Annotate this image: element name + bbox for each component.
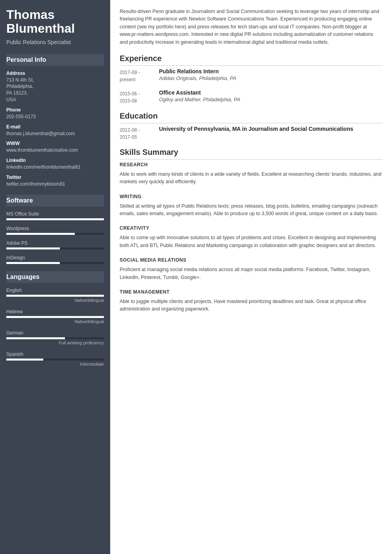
software-name: InDesign — [6, 255, 104, 260]
sidebar: Thomas Blumenthal Public Relations Speci… — [0, 0, 110, 554]
skill-category-text: Proficient at managing social media rela… — [120, 266, 383, 281]
skill-category-text: Able to come up with innovative solution… — [120, 234, 383, 249]
skill-category-text: Able to work with many kinds of clients … — [120, 171, 383, 186]
skill-category-title: WRITING — [120, 194, 383, 199]
skills-section: Skills Summary RESEARCH Able to work wit… — [120, 148, 383, 313]
software-bar-bg — [6, 247, 104, 249]
entry-subtitle: Ogilvy and Mather, Philadelphia, PA — [159, 97, 383, 102]
twitter-value: twitter.com/thommybloom81 — [6, 181, 104, 188]
phone-label: Phone — [6, 107, 104, 113]
language-bar-fill — [6, 295, 104, 297]
entry-date: 2015-06 -2015-08 — [120, 89, 159, 104]
skill-category: SOCIAL MEDIA RELATIONS Proficient at man… — [120, 257, 383, 281]
language-bar-bg — [6, 337, 104, 339]
email-label: E-mail — [6, 124, 104, 130]
language-item: German Full working proficiency — [6, 330, 104, 345]
sidebar-name: Thomas Blumenthal — [6, 8, 104, 35]
www-value: www.thomblumenthalcreative.com — [6, 147, 104, 154]
experience-entry: 2017-09 -present Public Relations Intern… — [120, 68, 383, 83]
entry-date: 2012-08 -2017-05 — [120, 126, 159, 141]
skill-category-text: Skilled at writing all types of Public R… — [120, 203, 383, 218]
skill-category-title: TIME MANAGEMENT — [120, 289, 383, 295]
language-bar-fill — [6, 359, 43, 361]
language-name: Spanish — [6, 351, 104, 357]
software-bar-bg — [6, 262, 104, 264]
skills-list: RESEARCH Able to work with many kinds of… — [120, 162, 383, 313]
skill-category: RESEARCH Able to work with many kinds of… — [120, 162, 383, 186]
education-list: 2012-08 -2017-05 University of Pennsylva… — [120, 126, 383, 141]
software-name: Wordpress — [6, 226, 104, 231]
experience-entry: 2015-06 -2015-08 Office Assistant Ogilvy… — [120, 89, 383, 104]
entry-title: University of Pennsylvania, MA in Journa… — [159, 126, 383, 132]
email-value: thomas.j.blumenthal@gmail.com — [6, 130, 104, 137]
skill-category: WRITING Skilled at writing all types of … — [120, 194, 383, 218]
experience-title: Experience — [120, 54, 383, 66]
software-name: Adobe PS — [6, 240, 104, 246]
phone-value: 202-555-0173 — [6, 113, 104, 120]
linkedin-value: linkedin.com/me/thomblumenthal81 — [6, 164, 104, 171]
www-label: WWW — [6, 141, 104, 146]
education-entry: 2012-08 -2017-05 University of Pennsylva… — [120, 126, 383, 141]
language-name: German — [6, 330, 104, 336]
software-bar-fill — [6, 262, 60, 264]
personal-info-heading: Personal Info — [6, 54, 104, 66]
education-section: Education 2012-08 -2017-05 University of… — [120, 112, 383, 141]
skill-category-title: RESEARCH — [120, 162, 383, 167]
languages-heading: Languages — [6, 271, 104, 283]
language-item: Hebrew Native/bilingual — [6, 309, 104, 324]
language-level: Native/bilingual — [6, 298, 104, 303]
language-item: English Native/bilingual — [6, 288, 104, 303]
twitter-label: Twitter — [6, 175, 104, 180]
entry-content: Public Relations Intern Adidas Originals… — [159, 68, 383, 81]
software-bar-fill — [6, 247, 60, 249]
languages-list: English Native/bilingual Hebrew Native/b… — [6, 288, 104, 366]
language-bar-fill — [6, 316, 104, 318]
entry-subtitle: Adidas Originals, Philadelphia, PA — [159, 75, 383, 81]
education-title: Education — [120, 112, 383, 123]
software-bar-fill — [6, 233, 75, 235]
experience-list: 2017-09 -present Public Relations Intern… — [120, 68, 383, 104]
software-item: InDesign — [6, 255, 104, 264]
software-bar-dark — [60, 262, 104, 264]
sidebar-title: Public Relations Specialist — [6, 39, 104, 46]
software-heading: Software — [6, 195, 104, 206]
skill-category-title: SOCIAL MEDIA RELATIONS — [120, 257, 383, 263]
language-level: Full working proficiency — [6, 340, 104, 345]
entry-date: 2017-09 -present — [120, 68, 159, 83]
language-name: Hebrew — [6, 309, 104, 314]
skill-category-title: CREATIVITY — [120, 225, 383, 231]
language-bar-bg — [6, 295, 104, 297]
software-bar-fill — [6, 218, 104, 220]
experience-section: Experience 2017-09 -present Public Relat… — [120, 54, 383, 104]
summary-text: Results-driven Penn graduate in Journali… — [120, 8, 383, 46]
language-bar-dark — [65, 337, 104, 339]
language-bar-bg — [6, 316, 104, 318]
skills-title: Skills Summary — [120, 148, 383, 160]
language-item: Spanish Intermediate — [6, 351, 104, 366]
entry-content: University of Pennsylvania, MA in Journa… — [159, 126, 383, 132]
address-label: Address — [6, 71, 104, 76]
software-bar-bg — [6, 218, 104, 220]
linkedin-label: LinkedIn — [6, 158, 104, 163]
software-item: Adobe PS — [6, 240, 104, 249]
address-value: 713 N 4th St,Philadelphia,PA 19123,USA — [6, 77, 104, 103]
software-name: MS Office Suite — [6, 211, 104, 217]
language-bar-bg — [6, 359, 104, 361]
software-bar-bg — [6, 233, 104, 235]
skill-category: TIME MANAGEMENT Able to juggle multiple … — [120, 289, 383, 313]
main-content: Results-driven Penn graduate in Journali… — [110, 0, 392, 554]
language-bar-dark — [43, 359, 104, 361]
software-item: MS Office Suite — [6, 211, 104, 220]
skill-category-text: Able to juggle multiple clients and proj… — [120, 298, 383, 313]
language-bar-fill — [6, 337, 65, 339]
entry-content: Office Assistant Ogilvy and Mather, Phil… — [159, 89, 383, 102]
language-level: Intermediate — [6, 362, 104, 366]
software-bar-dark — [75, 233, 104, 235]
skill-category: CREATIVITY Able to come up with innovati… — [120, 225, 383, 249]
language-level: Native/bilingual — [6, 319, 104, 324]
software-list: MS Office Suite Wordpress Adobe PS InDes… — [6, 211, 104, 264]
software-bar-dark — [60, 247, 104, 249]
language-name: English — [6, 288, 104, 293]
software-item: Wordpress — [6, 226, 104, 235]
entry-title: Office Assistant — [159, 89, 383, 96]
